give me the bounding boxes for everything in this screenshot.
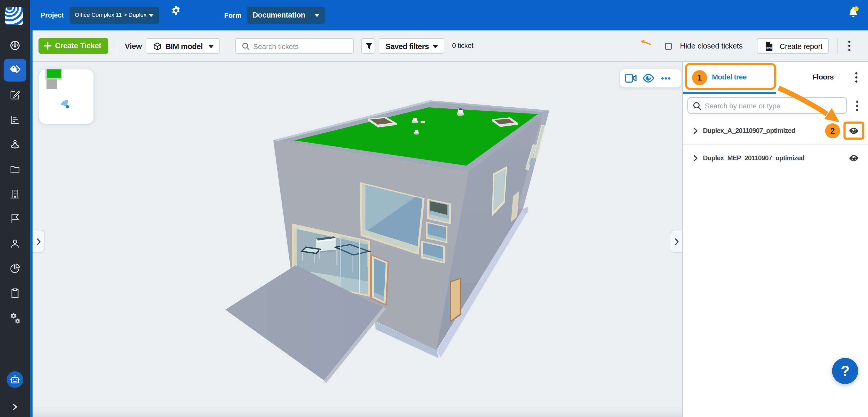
svg-text:PDF: PDF	[767, 47, 772, 50]
